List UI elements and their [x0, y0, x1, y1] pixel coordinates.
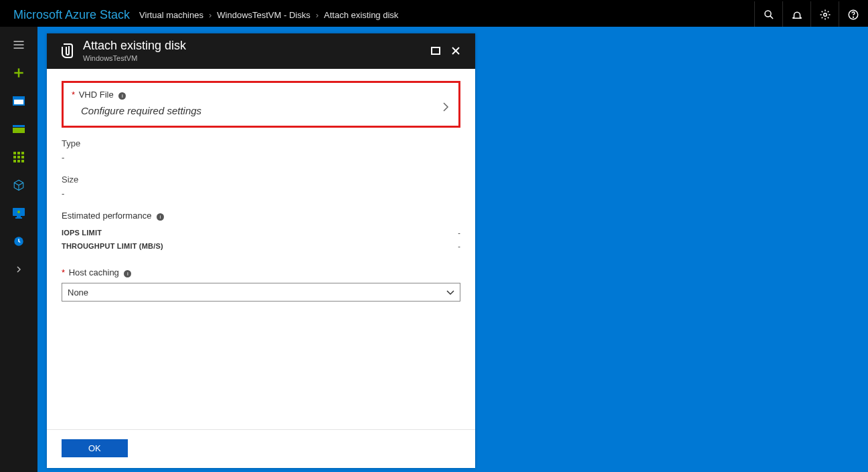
- svg-point-2: [823, 13, 827, 17]
- iops-row: IOPS LIMIT -: [62, 226, 460, 239]
- svg-rect-28: [432, 47, 440, 54]
- svg-rect-16: [21, 152, 24, 154]
- vhd-file-selector[interactable]: * VHD File i Configure required settings: [62, 81, 460, 128]
- blade-title: Attach existing disk: [83, 39, 426, 53]
- chevron-right-icon: ›: [316, 10, 319, 20]
- type-value: -: [62, 152, 460, 162]
- blade-footer: OK: [47, 429, 475, 468]
- required-asterisk: *: [62, 267, 65, 277]
- maximize-icon[interactable]: [426, 41, 446, 61]
- svg-line-1: [770, 16, 772, 19]
- svg-rect-22: [21, 160, 24, 162]
- svg-rect-20: [13, 160, 16, 162]
- svg-rect-21: [17, 160, 20, 162]
- cube-icon[interactable]: [0, 171, 37, 199]
- attach-disk-blade: Attach existing disk WindowsTestVM * VHD…: [47, 33, 475, 468]
- chevron-right-icon: ›: [209, 10, 211, 20]
- throughput-row: THROUGHPUT LIMIT (MB/S) -: [62, 239, 460, 253]
- new-resource-icon[interactable]: [0, 59, 37, 87]
- recent-icon[interactable]: [0, 227, 37, 255]
- throughput-label: THROUGHPUT LIMIT (MB/S): [62, 242, 163, 250]
- svg-rect-14: [13, 152, 16, 154]
- brand-logo[interactable]: Microsoft Azure Stack: [1, 8, 139, 22]
- attach-icon: [56, 41, 76, 61]
- chevron-down-icon: [446, 287, 454, 298]
- breadcrumb-item[interactable]: WindowsTestVM - Disks: [217, 10, 310, 20]
- svg-rect-17: [13, 156, 16, 158]
- left-nav: [0, 27, 37, 472]
- required-asterisk: *: [72, 90, 75, 100]
- type-label: Type: [62, 138, 460, 148]
- size-label: Size: [62, 174, 460, 185]
- estimated-performance-text: Estimated performance: [62, 211, 151, 221]
- size-value: -: [62, 189, 460, 199]
- vhd-file-label-text: VHD File: [79, 90, 114, 100]
- svg-rect-24: [17, 216, 21, 217]
- more-services-chevron-icon[interactable]: [0, 255, 37, 283]
- notifications-icon[interactable]: [782, 1, 810, 28]
- vhd-file-label: * VHD File i: [72, 90, 450, 100]
- host-caching-value: None: [68, 287, 88, 298]
- estimated-performance-label: Estimated performance i: [62, 211, 460, 221]
- iops-label: IOPS LIMIT: [62, 229, 102, 237]
- top-bar: Microsoft Azure Stack Virtual machines ›…: [1, 1, 867, 28]
- dashboard-icon[interactable]: [0, 87, 37, 115]
- vhd-file-placeholder: Configure required settings: [72, 105, 450, 116]
- blade-header: Attach existing disk WindowsTestVM: [47, 33, 475, 69]
- breadcrumbs: Virtual machines › WindowsTestVM - Disks…: [139, 10, 754, 20]
- svg-point-26: [17, 211, 20, 213]
- settings-gear-icon[interactable]: [810, 1, 839, 28]
- host-caching-label: * Host caching i: [62, 267, 460, 277]
- search-icon[interactable]: [754, 1, 782, 28]
- svg-rect-11: [14, 100, 23, 104]
- host-caching-text: Host caching: [69, 267, 119, 277]
- iops-value: -: [458, 229, 460, 237]
- ok-button[interactable]: OK: [62, 439, 128, 457]
- chevron-right-icon: [442, 102, 449, 115]
- breadcrumb-item[interactable]: Attach existing disk: [324, 10, 398, 20]
- dashboard-canvas: Attach existing disk WindowsTestVM * VHD…: [37, 27, 868, 472]
- resource-groups-icon[interactable]: [0, 115, 37, 143]
- svg-rect-25: [15, 217, 22, 219]
- blade-subtitle: WindowsTestVM: [83, 54, 426, 62]
- top-icon-tray: [754, 1, 867, 28]
- breadcrumb-item[interactable]: Virtual machines: [139, 10, 203, 20]
- svg-rect-19: [21, 156, 24, 158]
- info-icon[interactable]: i: [157, 213, 164, 221]
- help-icon[interactable]: [839, 1, 867, 28]
- svg-point-0: [765, 11, 771, 17]
- close-icon[interactable]: [446, 41, 466, 61]
- svg-rect-18: [17, 156, 20, 158]
- svg-point-4: [853, 17, 853, 17]
- svg-rect-12: [13, 125, 25, 127]
- hamburger-menu-icon[interactable]: [0, 31, 37, 59]
- info-icon[interactable]: i: [124, 270, 131, 277]
- info-icon[interactable]: i: [118, 92, 126, 100]
- throughput-value: -: [458, 242, 460, 250]
- type-field: Type -: [62, 138, 460, 162]
- svg-rect-13: [13, 128, 25, 133]
- all-resources-icon[interactable]: [0, 143, 37, 171]
- blade-body: * VHD File i Configure required settings…: [47, 69, 475, 429]
- size-field: Size -: [62, 174, 460, 199]
- svg-rect-15: [17, 152, 20, 154]
- host-caching-select[interactable]: None: [62, 283, 460, 302]
- monitor-icon[interactable]: [0, 199, 37, 227]
